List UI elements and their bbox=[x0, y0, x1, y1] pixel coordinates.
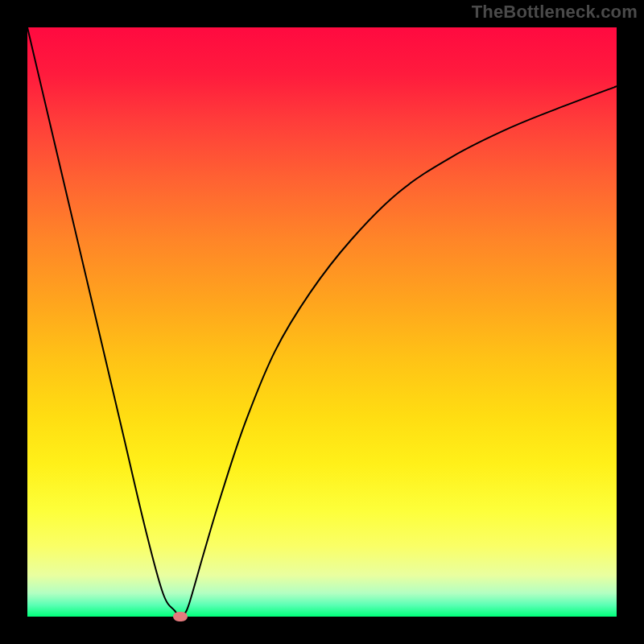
bottleneck-curve bbox=[27, 27, 617, 617]
watermark-text: TheBottleneck.com bbox=[472, 2, 638, 23]
chart-plot-area bbox=[27, 27, 617, 617]
minimum-marker bbox=[173, 612, 188, 621]
